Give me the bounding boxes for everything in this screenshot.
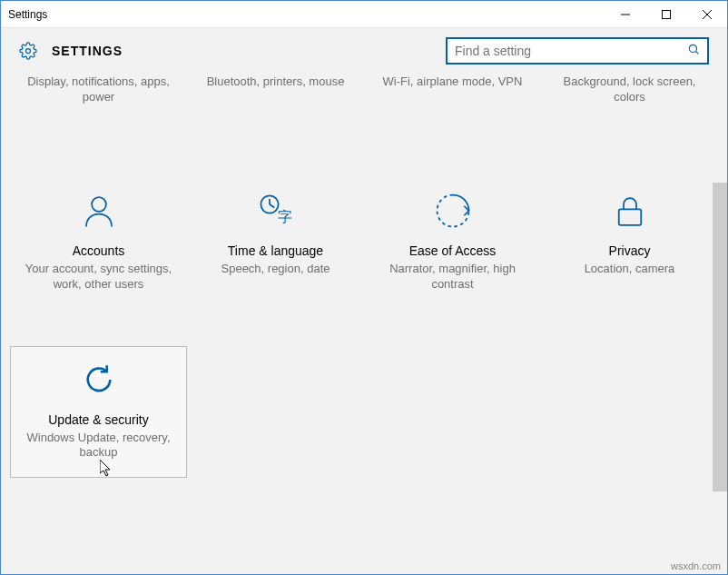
svg-rect-1 <box>662 10 670 18</box>
tile-desc: Background, lock screen, colors <box>551 74 708 105</box>
header-bar: SETTINGS <box>1 28 727 74</box>
tile-desc: Location, camera <box>551 262 708 277</box>
svg-text:字: 字 <box>277 209 291 224</box>
settings-gear-icon <box>19 42 37 60</box>
tile-label: Accounts <box>20 243 177 258</box>
tile-label: Ease of Access <box>374 243 531 258</box>
minimize-button[interactable] <box>605 1 645 27</box>
page-title: SETTINGS <box>52 44 123 58</box>
tile-update-security[interactable]: Update & security Windows Update, recove… <box>10 346 187 479</box>
time-language-icon: 字 <box>197 189 354 233</box>
tile-desc: Display, notifications, apps, power <box>20 74 177 105</box>
svg-point-5 <box>689 45 696 52</box>
settings-window: Settings SETTINGS Display, <box>0 0 728 575</box>
window-title: Settings <box>8 8 47 21</box>
ease-of-access-icon <box>374 189 531 233</box>
tile-devices[interactable]: Bluetooth, printers, mouse <box>187 74 364 123</box>
svg-point-4 <box>26 49 31 54</box>
minimize-icon <box>621 10 630 19</box>
search-input[interactable] <box>455 44 687 58</box>
tile-desc: Narrator, magnifier, high contrast <box>374 262 531 292</box>
tile-system[interactable]: Display, notifications, apps, power <box>10 74 187 123</box>
svg-line-6 <box>695 51 698 54</box>
update-security-icon <box>20 358 177 402</box>
tile-desc: Windows Update, recovery, backup <box>20 431 177 461</box>
maximize-icon <box>662 10 671 19</box>
window-controls <box>605 1 727 27</box>
svg-line-10 <box>270 204 274 208</box>
close-icon <box>703 10 712 19</box>
tiles-row-partial: Display, notifications, apps, power Blue… <box>1 74 727 123</box>
maximize-button[interactable] <box>645 1 686 27</box>
scrollbar-thumb[interactable] <box>713 183 727 491</box>
svg-point-7 <box>92 197 106 212</box>
svg-rect-12 <box>618 209 641 225</box>
search-box[interactable] <box>446 37 709 64</box>
tile-desc: Your account, sync settings, work, other… <box>20 262 177 292</box>
privacy-icon <box>551 189 708 233</box>
tiles-row-2: Accounts Your account, sync settings, wo… <box>1 177 727 310</box>
close-button[interactable] <box>686 1 727 27</box>
titlebar: Settings <box>1 1 727 28</box>
tile-label: Privacy <box>551 243 708 258</box>
tile-accounts[interactable]: Accounts Your account, sync settings, wo… <box>10 177 187 310</box>
tile-label: Update & security <box>20 412 177 427</box>
tile-personalization[interactable]: Background, lock screen, colors <box>541 74 718 123</box>
accounts-icon <box>20 189 177 233</box>
tile-time-language[interactable]: 字 Time & language Speech, region, date <box>187 177 364 310</box>
content-area: Display, notifications, apps, power Blue… <box>1 74 727 574</box>
tile-ease-of-access[interactable]: Ease of Access Narrator, magnifier, high… <box>364 177 541 310</box>
tile-desc: Speech, region, date <box>197 262 354 277</box>
tile-network[interactable]: Wi-Fi, airplane mode, VPN <box>364 74 541 123</box>
tile-desc: Wi-Fi, airplane mode, VPN <box>374 74 531 90</box>
search-icon <box>687 43 700 59</box>
watermark-text: wsxdn.com <box>671 560 721 571</box>
tile-privacy[interactable]: Privacy Location, camera <box>541 177 718 310</box>
tiles-row-3: Update & security Windows Update, recove… <box>1 346 727 479</box>
tile-desc: Bluetooth, printers, mouse <box>197 74 354 90</box>
tile-label: Time & language <box>197 243 354 258</box>
